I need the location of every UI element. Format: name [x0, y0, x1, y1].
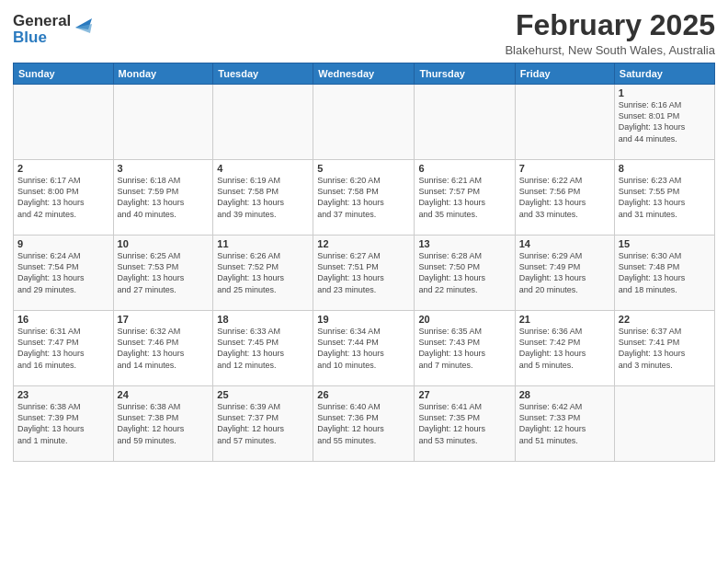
- day-info: Sunrise: 6:41 AM Sunset: 7:35 PM Dayligh…: [418, 401, 510, 446]
- day-number: 19: [317, 314, 410, 325]
- day-cell-2: 2Sunrise: 6:17 AM Sunset: 8:00 PM Daylig…: [14, 160, 114, 236]
- day-info: Sunrise: 6:38 AM Sunset: 7:38 PM Dayligh…: [118, 401, 210, 446]
- day-number: 25: [217, 389, 309, 400]
- day-number: 23: [17, 389, 109, 400]
- day-number: 6: [418, 163, 510, 174]
- day-cell-24: 24Sunrise: 6:38 AM Sunset: 7:38 PM Dayli…: [113, 386, 213, 462]
- day-cell-8: 8Sunrise: 6:23 AM Sunset: 7:55 PM Daylig…: [614, 160, 714, 236]
- day-info: Sunrise: 6:18 AM Sunset: 7:59 PM Dayligh…: [118, 175, 210, 220]
- day-info: Sunrise: 6:20 AM Sunset: 7:58 PM Dayligh…: [317, 175, 410, 220]
- day-cell-21: 21Sunrise: 6:36 AM Sunset: 7:42 PM Dayli…: [515, 311, 614, 386]
- day-cell-23: 23Sunrise: 6:38 AM Sunset: 7:39 PM Dayli…: [14, 386, 114, 462]
- day-cell-27: 27Sunrise: 6:41 AM Sunset: 7:35 PM Dayli…: [415, 386, 515, 462]
- day-number: 9: [17, 238, 109, 249]
- weekday-header-monday: Monday: [113, 63, 213, 85]
- day-number: 14: [519, 238, 610, 249]
- day-cell-16: 16Sunrise: 6:31 AM Sunset: 7:47 PM Dayli…: [14, 311, 114, 386]
- empty-cell: [313, 85, 415, 160]
- weekday-header-friday: Friday: [515, 63, 614, 85]
- day-info: Sunrise: 6:40 AM Sunset: 7:36 PM Dayligh…: [317, 401, 410, 446]
- day-info: Sunrise: 6:38 AM Sunset: 7:39 PM Dayligh…: [17, 401, 109, 446]
- day-info: Sunrise: 6:30 AM Sunset: 7:48 PM Dayligh…: [619, 250, 711, 295]
- weekday-header-tuesday: Tuesday: [213, 63, 313, 85]
- day-cell-6: 6Sunrise: 6:21 AM Sunset: 7:57 PM Daylig…: [415, 160, 515, 236]
- empty-cell: [14, 85, 114, 160]
- day-info: Sunrise: 6:16 AM Sunset: 8:01 PM Dayligh…: [619, 99, 711, 144]
- day-number: 8: [619, 163, 711, 174]
- day-number: 17: [118, 314, 210, 325]
- day-info: Sunrise: 6:29 AM Sunset: 7:49 PM Dayligh…: [519, 250, 610, 295]
- day-info: Sunrise: 6:31 AM Sunset: 7:47 PM Dayligh…: [17, 326, 109, 371]
- day-cell-13: 13Sunrise: 6:28 AM Sunset: 7:50 PM Dayli…: [415, 236, 515, 311]
- logo-bird-icon: [72, 15, 92, 40]
- day-cell-28: 28Sunrise: 6:42 AM Sunset: 7:33 PM Dayli…: [515, 386, 614, 462]
- day-info: Sunrise: 6:33 AM Sunset: 7:45 PM Dayligh…: [217, 326, 309, 371]
- day-number: 15: [619, 238, 711, 249]
- day-cell-9: 9Sunrise: 6:24 AM Sunset: 7:54 PM Daylig…: [14, 236, 114, 311]
- day-info: Sunrise: 6:37 AM Sunset: 7:41 PM Dayligh…: [619, 326, 711, 371]
- weekday-header-row: SundayMondayTuesdayWednesdayThursdayFrid…: [14, 63, 715, 85]
- day-number: 27: [418, 389, 510, 400]
- day-number: 2: [17, 163, 109, 174]
- empty-cell: [213, 85, 313, 160]
- day-info: Sunrise: 6:21 AM Sunset: 7:57 PM Dayligh…: [418, 175, 510, 220]
- day-number: 24: [118, 389, 210, 400]
- weekday-header-saturday: Saturday: [614, 63, 714, 85]
- day-cell-3: 3Sunrise: 6:18 AM Sunset: 7:59 PM Daylig…: [113, 160, 213, 236]
- day-cell-5: 5Sunrise: 6:20 AM Sunset: 7:58 PM Daylig…: [313, 160, 415, 236]
- title-block: February 2025 Blakehurst, New South Wale…: [505, 9, 715, 57]
- day-info: Sunrise: 6:26 AM Sunset: 7:52 PM Dayligh…: [217, 250, 309, 295]
- day-number: 12: [317, 238, 410, 249]
- logo: General Blue: [13, 13, 92, 46]
- day-info: Sunrise: 6:22 AM Sunset: 7:56 PM Dayligh…: [519, 175, 610, 220]
- empty-cell: [113, 85, 213, 160]
- month-year: February 2025: [505, 9, 715, 41]
- day-number: 7: [519, 163, 610, 174]
- day-number: 26: [317, 389, 410, 400]
- day-info: Sunrise: 6:28 AM Sunset: 7:50 PM Dayligh…: [418, 250, 510, 295]
- day-info: Sunrise: 6:35 AM Sunset: 7:43 PM Dayligh…: [418, 326, 510, 371]
- day-info: Sunrise: 6:19 AM Sunset: 7:58 PM Dayligh…: [217, 175, 309, 220]
- day-number: 11: [217, 238, 309, 249]
- day-cell-18: 18Sunrise: 6:33 AM Sunset: 7:45 PM Dayli…: [213, 311, 313, 386]
- day-number: 20: [418, 314, 510, 325]
- week-row-2: 2Sunrise: 6:17 AM Sunset: 8:00 PM Daylig…: [14, 160, 715, 236]
- day-info: Sunrise: 6:42 AM Sunset: 7:33 PM Dayligh…: [519, 401, 610, 446]
- day-number: 21: [519, 314, 610, 325]
- day-cell-26: 26Sunrise: 6:40 AM Sunset: 7:36 PM Dayli…: [313, 386, 415, 462]
- day-info: Sunrise: 6:25 AM Sunset: 7:53 PM Dayligh…: [118, 250, 210, 295]
- day-cell-7: 7Sunrise: 6:22 AM Sunset: 7:56 PM Daylig…: [515, 160, 614, 236]
- day-cell-15: 15Sunrise: 6:30 AM Sunset: 7:48 PM Dayli…: [614, 236, 714, 311]
- day-number: 28: [519, 389, 610, 400]
- logo-blue: Blue: [13, 29, 71, 46]
- day-number: 16: [17, 314, 109, 325]
- empty-cell: [614, 386, 714, 462]
- day-number: 1: [619, 87, 711, 98]
- day-number: 4: [217, 163, 309, 174]
- day-cell-14: 14Sunrise: 6:29 AM Sunset: 7:49 PM Dayli…: [515, 236, 614, 311]
- day-number: 3: [118, 163, 210, 174]
- day-cell-17: 17Sunrise: 6:32 AM Sunset: 7:46 PM Dayli…: [113, 311, 213, 386]
- empty-cell: [415, 85, 515, 160]
- day-cell-1: 1Sunrise: 6:16 AM Sunset: 8:01 PM Daylig…: [614, 85, 714, 160]
- day-number: 18: [217, 314, 309, 325]
- weekday-header-wednesday: Wednesday: [313, 63, 415, 85]
- day-cell-20: 20Sunrise: 6:35 AM Sunset: 7:43 PM Dayli…: [415, 311, 515, 386]
- day-cell-19: 19Sunrise: 6:34 AM Sunset: 7:44 PM Dayli…: [313, 311, 415, 386]
- week-row-4: 16Sunrise: 6:31 AM Sunset: 7:47 PM Dayli…: [14, 311, 715, 386]
- day-info: Sunrise: 6:27 AM Sunset: 7:51 PM Dayligh…: [317, 250, 410, 295]
- empty-cell: [515, 85, 614, 160]
- weekday-header-sunday: Sunday: [14, 63, 114, 85]
- day-number: 10: [118, 238, 210, 249]
- day-number: 22: [619, 314, 711, 325]
- day-info: Sunrise: 6:17 AM Sunset: 8:00 PM Dayligh…: [17, 175, 109, 220]
- day-cell-12: 12Sunrise: 6:27 AM Sunset: 7:51 PM Dayli…: [313, 236, 415, 311]
- day-number: 13: [418, 238, 510, 249]
- day-number: 5: [317, 163, 410, 174]
- day-info: Sunrise: 6:24 AM Sunset: 7:54 PM Dayligh…: [17, 250, 109, 295]
- day-cell-22: 22Sunrise: 6:37 AM Sunset: 7:41 PM Dayli…: [614, 311, 714, 386]
- day-info: Sunrise: 6:39 AM Sunset: 7:37 PM Dayligh…: [217, 401, 309, 446]
- week-row-3: 9Sunrise: 6:24 AM Sunset: 7:54 PM Daylig…: [14, 236, 715, 311]
- day-cell-25: 25Sunrise: 6:39 AM Sunset: 7:37 PM Dayli…: [213, 386, 313, 462]
- day-cell-10: 10Sunrise: 6:25 AM Sunset: 7:53 PM Dayli…: [113, 236, 213, 311]
